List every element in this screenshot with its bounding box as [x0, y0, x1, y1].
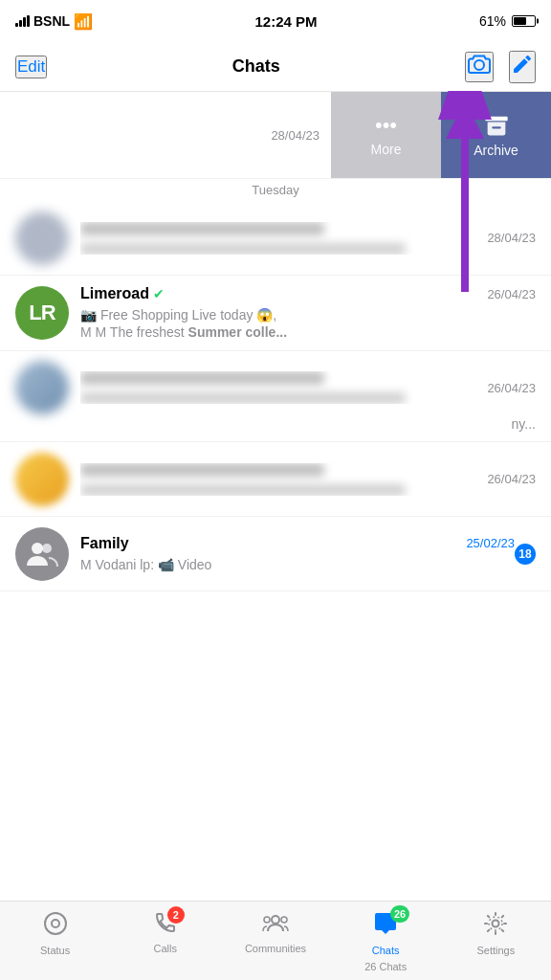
more-label: More: [371, 142, 402, 157]
limeroad-preview2: M M The freshest Summer colle...: [80, 324, 287, 340]
settings-icon: [483, 911, 508, 942]
chat-item-family[interactable]: Family 25/02/23 M Vodani lp: 📹 Video 18: [0, 517, 551, 591]
tab-bar: Status 2 Calls Communities: [0, 901, 551, 980]
status-right: 61%: [479, 13, 536, 29]
signal-bars-icon: [15, 15, 30, 27]
chat-meta-blurred1: 28/04/23: [487, 231, 536, 245]
compose-icon: [511, 53, 534, 76]
chats-count: 26 Chats: [364, 961, 407, 972]
svg-rect-0: [485, 117, 507, 122]
chat-item-blurred2[interactable]: 26/04/23 ny...: [0, 351, 551, 442]
family-preview: M Vodani lp: 📹 Video: [80, 557, 211, 572]
avatar-text-limeroad: LR: [29, 301, 55, 325]
svg-point-11: [493, 921, 499, 927]
svg-point-10: [281, 917, 287, 923]
time-label: 12:24 PM: [255, 13, 318, 30]
svg-point-6: [45, 913, 66, 934]
first-chat-date: 28/04/23: [271, 128, 320, 143]
avatar-blurred1: [15, 212, 69, 265]
family-icon: [25, 537, 59, 571]
avatar-limeroad: LR: [15, 286, 69, 340]
blurred3-date: 26/04/23: [487, 472, 536, 486]
status-bar: BSNL 📶 12:24 PM 61%: [0, 0, 551, 42]
header-actions: [465, 51, 536, 83]
family-meta: 18: [515, 544, 536, 565]
chat-list: meh n: 5k 28/04/23 ••• More: [0, 92, 551, 901]
chat-info-blurred2: [80, 371, 487, 404]
avatar-blurred3: [15, 453, 69, 506]
status-icon: [43, 911, 68, 942]
more-dots-icon: •••: [375, 113, 397, 138]
date-separator: Tuesday: [0, 179, 551, 201]
archive-label: Archive: [474, 143, 518, 158]
tab-status[interactable]: Status: [0, 911, 110, 956]
family-date: 25/02/23: [466, 536, 515, 550]
chat-info-family: Family 25/02/23 M Vodani lp: 📹 Video: [80, 535, 515, 573]
first-chat-meta: 28/04/23: [271, 128, 320, 143]
first-chat-item[interactable]: meh n: 5k 28/04/23: [0, 92, 331, 178]
header: Edit Chats: [0, 42, 551, 92]
settings-label: Settings: [476, 945, 515, 956]
limeroad-date: 26/04/23: [487, 287, 536, 301]
first-chat-container: meh n: 5k 28/04/23 ••• More: [0, 92, 551, 179]
tab-calls[interactable]: 2 Calls: [110, 911, 220, 954]
calls-label: Calls: [154, 943, 177, 954]
svg-point-7: [52, 920, 59, 927]
more-action-button[interactable]: ••• More: [331, 92, 441, 178]
tab-settings[interactable]: Settings: [441, 911, 551, 956]
chats-badge: 26: [390, 905, 409, 923]
camera-icon: [467, 54, 492, 75]
family-name: Family: [80, 535, 129, 552]
svg-point-4: [32, 543, 43, 554]
battery-icon: [512, 15, 536, 27]
edit-button[interactable]: Edit: [15, 56, 47, 78]
communities-icon: [262, 911, 289, 940]
calls-badge: 2: [167, 906, 185, 924]
camera-button[interactable]: [465, 52, 494, 82]
battery-percent: 61%: [479, 13, 506, 29]
svg-point-5: [42, 544, 52, 553]
avatar-family: [15, 527, 69, 581]
tab-communities[interactable]: Communities: [220, 911, 330, 954]
chat-info-limeroad: Limeroad ✔ 26/04/23 📷 Free Shopping Live…: [80, 285, 536, 341]
verified-icon: ✔: [153, 286, 165, 301]
page-title: Chats: [232, 56, 280, 77]
chat-item-blurred1[interactable]: 28/04/23: [0, 201, 551, 276]
family-badge: 18: [515, 544, 536, 565]
avatar-blurred2: [15, 361, 69, 414]
blurred1-date: 28/04/23: [487, 231, 536, 245]
chat-meta-blurred2: 26/04/23: [487, 381, 536, 395]
swipe-actions: ••• More Archive: [331, 92, 551, 178]
chat-item-limeroad[interactable]: LR Limeroad ✔ 26/04/23 📷 Free Shopping L…: [0, 276, 551, 351]
archive-icon: [483, 112, 510, 139]
carrier-label: BSNL: [33, 13, 70, 29]
wifi-icon: 📶: [74, 12, 93, 31]
limeroad-preview: 📷 Free Shopping Live today 😱,: [80, 307, 276, 323]
tab-chats[interactable]: 26 Chats 26 Chats: [331, 911, 441, 972]
chats-label: Chats: [372, 945, 400, 956]
svg-point-9: [264, 917, 270, 923]
chats-icon: 26: [373, 911, 398, 942]
communities-label: Communities: [245, 943, 306, 954]
chat-info-blurred1: [80, 222, 487, 255]
compose-button[interactable]: [509, 51, 536, 83]
svg-point-8: [272, 916, 279, 924]
chat-meta-blurred3: 26/04/23: [487, 472, 536, 486]
chat-info-blurred3: [80, 463, 487, 496]
status-label: Status: [40, 945, 70, 956]
first-chat-info: meh n: 5k: [0, 116, 271, 154]
limeroad-name: Limeroad: [80, 285, 149, 302]
svg-point-12: [489, 917, 502, 930]
archive-action-button[interactable]: Archive: [441, 92, 551, 178]
first-chat-row: meh n: 5k 28/04/23 ••• More: [0, 92, 551, 178]
calls-icon: 2: [154, 911, 177, 940]
status-left: BSNL 📶: [15, 12, 93, 31]
blurred2-date: 26/04/23: [487, 381, 536, 395]
blurred2-preview2: ny...: [15, 416, 536, 432]
chat-item-blurred3[interactable]: 26/04/23: [0, 442, 551, 517]
